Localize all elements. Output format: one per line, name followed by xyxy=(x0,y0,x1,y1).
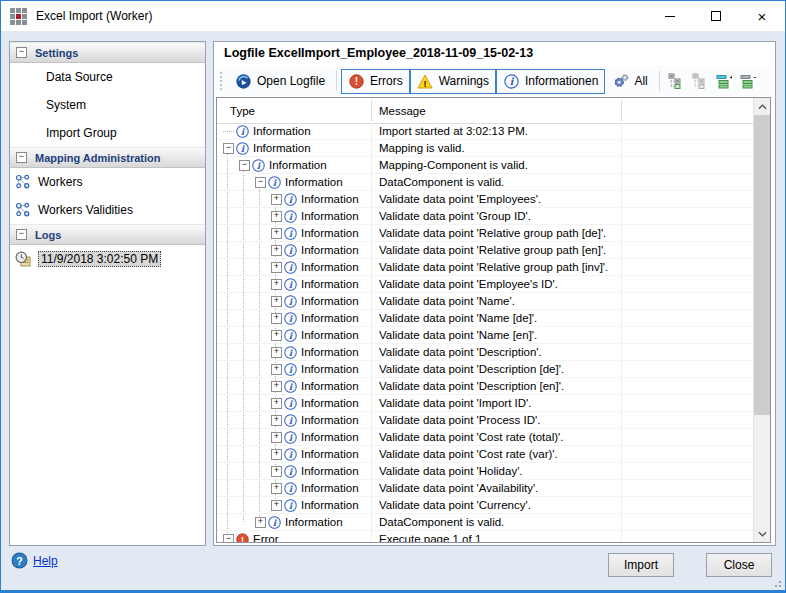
sidebar-item-system[interactable]: System xyxy=(10,91,205,119)
scroll-down-button[interactable] xyxy=(754,525,770,542)
table-row[interactable]: −iInformationDataComponent is valid. xyxy=(217,174,753,191)
expand-expander[interactable]: + xyxy=(271,364,282,375)
help-button[interactable]: ? Help xyxy=(11,552,58,569)
sidebar-item-data-source[interactable]: Data Source xyxy=(10,63,205,91)
log-table-body: iInformationImport started at 3:02:13 PM… xyxy=(217,123,753,542)
table-row[interactable]: +iInformationValidate data point 'Employ… xyxy=(217,276,753,293)
expand-expander[interactable]: + xyxy=(271,228,282,239)
column-divider[interactable] xyxy=(371,100,372,121)
collapse-minus-icon[interactable]: − xyxy=(16,47,27,58)
expand-expander[interactable]: + xyxy=(271,398,282,409)
open-logfile-button[interactable]: Open Logfile xyxy=(228,69,332,94)
table-row[interactable]: −iInformationMapping is valid. xyxy=(217,140,753,157)
maximize-icon xyxy=(711,11,721,21)
message-cell: Validate data point 'Availability'. xyxy=(379,482,751,494)
close-button[interactable]: Close xyxy=(706,553,772,577)
scroll-up-button[interactable] xyxy=(754,98,770,115)
expand-expander[interactable]: + xyxy=(271,432,282,443)
collapse-nodes-alt-button[interactable] xyxy=(689,70,711,92)
expand-expander[interactable]: + xyxy=(271,500,282,511)
table-row[interactable]: +iInformationDataComponent is valid. xyxy=(217,514,753,531)
expand-expander[interactable]: + xyxy=(271,313,282,324)
table-row[interactable]: iInformationImport started at 3:02:13 PM… xyxy=(217,123,753,140)
table-row[interactable]: +iInformationValidate data point 'Name [… xyxy=(217,327,753,344)
expand-all-button[interactable]: + xyxy=(713,70,735,92)
sidebar-item-11-9-2018-3-02-50-pm[interactable]: 11/9/2018 3:02:50 PM xyxy=(10,245,205,273)
table-row[interactable]: +iInformationValidate data point 'Descri… xyxy=(217,361,753,378)
expand-expander[interactable]: + xyxy=(271,415,282,426)
expand-expander[interactable]: + xyxy=(271,330,282,341)
sidebar-item-workers[interactable]: Workers xyxy=(10,168,205,196)
toolbar-grip[interactable] xyxy=(220,72,222,90)
collapse-expander[interactable]: − xyxy=(255,177,266,188)
table-row[interactable]: +iInformationValidate data point 'Relati… xyxy=(217,242,753,259)
collapse-expander[interactable]: − xyxy=(223,534,234,543)
expand-expander[interactable]: + xyxy=(271,449,282,460)
expand-expander[interactable]: + xyxy=(271,466,282,477)
sidebar: −SettingsData SourceSystemImport Group−M… xyxy=(9,41,206,546)
vertical-scrollbar[interactable] xyxy=(753,98,770,542)
info-icon: i xyxy=(284,329,297,342)
import-button[interactable]: Import xyxy=(608,553,674,577)
table-row[interactable]: +iInformationValidate data point 'Employ… xyxy=(217,191,753,208)
table-row[interactable]: +iInformationValidate data point 'Descri… xyxy=(217,344,753,361)
resize-grip[interactable] xyxy=(772,578,782,588)
type-label: Information xyxy=(301,329,359,341)
sidebar-group-header-settings[interactable]: −Settings xyxy=(10,42,205,63)
maximize-button[interactable] xyxy=(693,1,739,31)
sidebar-item-workers-validities[interactable]: Workers Validities xyxy=(10,196,205,224)
type-label: Information xyxy=(301,465,359,477)
table-row[interactable]: +iInformationValidate data point 'Relati… xyxy=(217,225,753,242)
collapse-minus-icon[interactable]: − xyxy=(16,229,27,240)
sidebar-item-import-group[interactable]: Import Group xyxy=(10,119,205,147)
table-row[interactable]: +iInformationValidate data point 'Curren… xyxy=(217,497,753,514)
informationen-toggle-button[interactable]: i Informationen xyxy=(496,69,605,94)
table-row[interactable]: −!ErrorExecute page 1 of 1 xyxy=(217,531,753,542)
errors-toggle-button[interactable]: ! Errors xyxy=(341,69,410,94)
expand-expander[interactable]: + xyxy=(271,483,282,494)
table-row[interactable]: −iInformationMapping-Component is valid. xyxy=(217,157,753,174)
expand-expander[interactable]: + xyxy=(271,245,282,256)
expand-expander[interactable]: + xyxy=(271,211,282,222)
expand-expander[interactable]: + xyxy=(271,194,282,205)
expand-expander[interactable]: + xyxy=(271,279,282,290)
log-table-header: Type Message xyxy=(217,98,753,124)
window-title: Excel Import (Worker) xyxy=(36,9,647,23)
table-row[interactable]: +iInformationValidate data point 'Descri… xyxy=(217,378,753,395)
help-link[interactable]: Help xyxy=(33,554,58,568)
collapse-expander[interactable]: − xyxy=(223,143,234,154)
collapse-nodes-button[interactable] xyxy=(665,70,687,92)
table-row[interactable]: +iInformationValidate data point 'Relati… xyxy=(217,259,753,276)
message-cell: DataComponent is valid. xyxy=(379,516,751,528)
sidebar-group-header-mapping-administration[interactable]: −Mapping Administration xyxy=(10,147,205,168)
column-divider[interactable] xyxy=(621,100,622,121)
type-cell: +iInformation xyxy=(217,227,372,240)
column-header-message[interactable]: Message xyxy=(379,98,426,123)
table-row[interactable]: +iInformationValidate data point 'Cost r… xyxy=(217,429,753,446)
expand-expander[interactable]: + xyxy=(271,262,282,273)
gears-icon xyxy=(612,73,629,90)
all-button[interactable]: All xyxy=(605,69,654,94)
collapse-expander[interactable]: − xyxy=(239,160,250,171)
table-row[interactable]: +iInformationValidate data point 'Holida… xyxy=(217,463,753,480)
column-header-type[interactable]: Type xyxy=(230,98,255,123)
minimize-button[interactable] xyxy=(647,1,693,31)
table-row[interactable]: +iInformationValidate data point 'Availa… xyxy=(217,480,753,497)
sidebar-group-header-logs[interactable]: −Logs xyxy=(10,224,205,245)
table-row[interactable]: +iInformationValidate data point 'Group … xyxy=(217,208,753,225)
expand-expander[interactable]: + xyxy=(255,517,266,528)
warnings-toggle-button[interactable]: ! Warnings xyxy=(410,69,496,94)
expand-expander[interactable]: + xyxy=(271,347,282,358)
table-row[interactable]: +iInformationValidate data point 'Import… xyxy=(217,395,753,412)
table-row[interactable]: +iInformationValidate data point 'Name [… xyxy=(217,310,753,327)
table-row[interactable]: +iInformationValidate data point 'Name'. xyxy=(217,293,753,310)
scrollbar-thumb[interactable] xyxy=(754,115,770,415)
collapse-minus-icon[interactable]: − xyxy=(16,152,27,163)
message-cell: Mapping-Component is valid. xyxy=(379,159,751,171)
close-window-button[interactable]: × xyxy=(739,1,785,31)
collapse-all-button[interactable]: − xyxy=(737,70,759,92)
table-row[interactable]: +iInformationValidate data point 'Cost r… xyxy=(217,446,753,463)
expand-expander[interactable]: + xyxy=(271,296,282,307)
expand-expander[interactable]: + xyxy=(271,381,282,392)
table-row[interactable]: +iInformationValidate data point 'Proces… xyxy=(217,412,753,429)
